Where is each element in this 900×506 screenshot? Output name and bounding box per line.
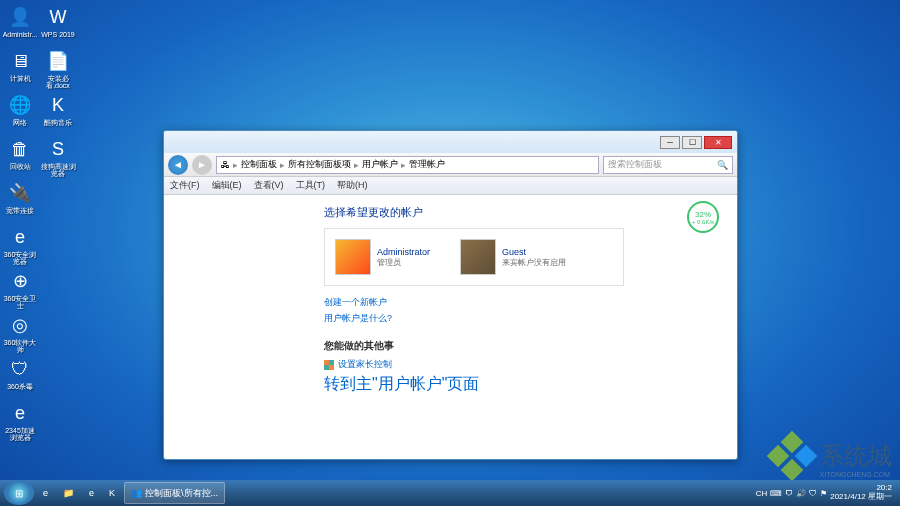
menu-help[interactable]: 帮助(H) [337,179,368,192]
tray-icon[interactable]: ⛉ [785,489,793,498]
account-administrator[interactable]: Administrator 管理员 [335,239,430,275]
link-parental-control[interactable]: 设置家长控制 [324,358,717,371]
watermark-sub: XITONGCHENG.COM [820,471,890,478]
desktop-icon[interactable]: WWPS 2019 [40,4,76,46]
icon-image: 📄 [45,48,71,74]
icon-label: Administr... [3,31,38,38]
search-input[interactable]: 搜索控制面板 🔍 [603,156,733,174]
avatar [335,239,371,275]
icon-label: 安装必看.docx [40,75,76,89]
desktop-icon[interactable]: ⊕360安全卫士 [2,268,38,310]
menu-file[interactable]: 文件(F) [170,179,200,192]
taskbar-task[interactable]: 👥控制面板\所有控... [124,482,225,504]
account-guest[interactable]: Guest 来宾帐户没有启用 [460,239,566,275]
breadcrumb-item[interactable]: 管理帐户 [409,158,445,171]
forward-button[interactable]: ► [192,155,212,175]
icon-label: 宽带连接 [6,207,34,214]
ime-indicator[interactable]: CH [756,489,768,498]
icon-label: 回收站 [10,163,31,170]
taskbar-pin[interactable]: e [37,482,54,504]
desktop-icon[interactable]: 🗑回收站 [2,136,38,178]
close-button[interactable]: ✕ [704,136,732,149]
desktop-icon[interactable]: 🌐网络 [2,92,38,134]
section-title: 选择希望更改的帐户 [324,205,717,220]
icon-label: 360软件大师 [2,339,38,353]
desktop-icon[interactable]: e360安全浏览器 [2,224,38,266]
icon-image: 👤 [7,4,33,30]
taskbar-pin[interactable]: e [83,482,100,504]
icon-label: 2345加速浏览器 [2,427,38,441]
desktop-icons-col1: 👤Administr...🖥计算机🌐网络🗑回收站🔌宽带连接e360安全浏览器⊕3… [2,4,38,442]
desktop-icon[interactable]: 🛡360杀毒 [2,356,38,398]
taskbar-pin[interactable]: K [103,482,121,504]
taskbar: ⊞ e 📁 e K 👥控制面板\所有控... CH ⌨ ⛉ 🔊 🛡 ⚑ 20:2… [0,480,900,506]
breadcrumb-icon: 🖧 [221,160,230,170]
icon-label: 搜狗高速浏览器 [40,163,76,177]
icon-image: 🛡 [7,356,33,382]
desktop-icon[interactable]: 📄安装必看.docx [40,48,76,90]
maximize-button[interactable]: ☐ [682,136,702,149]
desktop-icon[interactable]: 🖥计算机 [2,48,38,90]
desktop-icon[interactable]: 🔌宽带连接 [2,180,38,222]
speed-badge: 32% + 0.6K/s [687,201,719,233]
tray-icon[interactable]: 🔊 [796,489,806,498]
icon-label: 酷狗音乐 [44,119,72,126]
navbar: ◄ ► 🖧 ▸ 控制面板 ▸ 所有控制面板项 ▸ 用户帐户 ▸ 管理帐户 搜索控… [164,153,737,177]
icon-label: 360杀毒 [7,383,33,390]
icon-label: 网络 [13,119,27,126]
search-icon: 🔍 [717,160,728,170]
link-create-account[interactable]: 创建一个新帐户 [324,296,717,309]
breadcrumb[interactable]: 🖧 ▸ 控制面板 ▸ 所有控制面板项 ▸ 用户帐户 ▸ 管理帐户 [216,156,599,174]
icon-image: e [7,400,33,426]
clock[interactable]: 20:2 2021/4/12 星期一 [830,484,892,502]
content-area: 32% + 0.6K/s 选择希望更改的帐户 Administrator 管理员… [164,195,737,459]
desktop-icon[interactable]: S搜狗高速浏览器 [40,136,76,178]
link-what-is-account[interactable]: 用户帐户是什么? [324,312,717,325]
icon-image: S [45,136,71,162]
tray-icon[interactable]: 🛡 [809,489,817,498]
other-section-title: 您能做的其他事 [324,339,717,353]
icon-label: WPS 2019 [41,31,74,38]
desktop-icon[interactable]: e2345加速浏览器 [2,400,38,442]
back-button[interactable]: ◄ [168,155,188,175]
icon-image: 🌐 [7,92,33,118]
minimize-button[interactable]: ─ [660,136,680,149]
menu-view[interactable]: 查看(V) [254,179,284,192]
tray-icon[interactable]: ⌨ [770,489,782,498]
accounts-box: Administrator 管理员 Guest 来宾帐户没有启用 [324,228,624,286]
icon-label: 计算机 [10,75,31,82]
icon-image: ◎ [7,312,33,338]
taskbar-pin[interactable]: 📁 [57,482,80,504]
desktop-icon[interactable]: 👤Administr... [2,4,38,46]
icon-image: 🗑 [7,136,33,162]
icon-image: 🖥 [7,48,33,74]
menu-edit[interactable]: 编辑(E) [212,179,242,192]
icon-label: 360安全浏览器 [2,251,38,265]
menu-tools[interactable]: 工具(T) [296,179,326,192]
system-tray: CH ⌨ ⛉ 🔊 🛡 ⚑ 20:2 2021/4/12 星期一 [756,484,896,502]
desktop-icon[interactable]: ◎360软件大师 [2,312,38,354]
control-panel-window: ─ ☐ ✕ ◄ ► 🖧 ▸ 控制面板 ▸ 所有控制面板项 ▸ 用户帐户 ▸ 管理… [163,130,738,460]
titlebar: ─ ☐ ✕ [164,131,737,153]
icon-image: 🔌 [7,180,33,206]
link-goto-main[interactable]: 转到主"用户帐户"页面 [324,374,717,395]
breadcrumb-item[interactable]: 控制面板 [241,158,277,171]
shield-icon [324,360,334,370]
icon-image: W [45,4,71,30]
start-button[interactable]: ⊞ [4,481,34,505]
icon-image: e [7,224,33,250]
tray-icon[interactable]: ⚑ [820,489,827,498]
account-links: 创建一个新帐户 用户帐户是什么? [324,296,717,325]
icon-label: 360安全卫士 [2,295,38,309]
desktop-icons-col2: WWPS 2019📄安装必看.docxK酷狗音乐S搜狗高速浏览器 [40,4,76,178]
breadcrumb-item[interactable]: 所有控制面板项 [288,158,351,171]
menubar: 文件(F) 编辑(E) 查看(V) 工具(T) 帮助(H) [164,177,737,195]
icon-image: ⊕ [7,268,33,294]
desktop-icon[interactable]: K酷狗音乐 [40,92,76,134]
breadcrumb-item[interactable]: 用户帐户 [362,158,398,171]
icon-image: K [45,92,71,118]
avatar [460,239,496,275]
